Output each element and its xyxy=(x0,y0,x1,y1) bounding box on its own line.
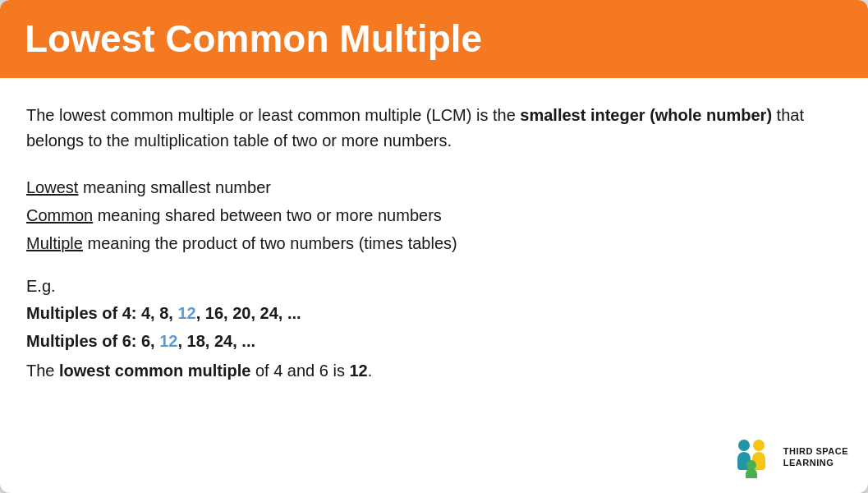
page-title: Lowest Common Multiple xyxy=(25,18,843,60)
multiples-of-6: Multiples of 6: 6, 12, 18, 24, ... xyxy=(26,327,842,355)
term-lowest: Lowest xyxy=(26,178,78,196)
term-multiple: Multiple xyxy=(26,234,83,252)
svg-point-1 xyxy=(753,440,765,451)
content-section: The lowest common multiple or least comm… xyxy=(0,78,868,493)
conclusion-bold: lowest common multiple xyxy=(59,362,250,380)
logo-line1: THIRD SPACE xyxy=(783,445,848,457)
conclusion-before: The xyxy=(26,362,59,380)
multiples-4-label: Multiples of 4: 4, 8, xyxy=(26,304,177,322)
intro-bold-text: smallest integer (whole number) xyxy=(520,106,772,124)
multiples-6-highlighted: 12 xyxy=(159,332,177,350)
conclusion-answer: 12 xyxy=(349,362,367,380)
term-common: Common xyxy=(26,206,93,224)
eg-label: E.g. xyxy=(26,277,842,296)
intro-paragraph: The lowest common multiple or least comm… xyxy=(26,103,842,154)
multiples-6-rest: , 18, 24, ... xyxy=(178,332,256,350)
definition-lowest: Lowest meaning smallest number xyxy=(26,173,842,201)
definition-common: Common meaning shared between two or mor… xyxy=(26,201,842,229)
multiples-6-label: Multiples of 6: 6, xyxy=(26,332,159,350)
multiples-4-rest: , 16, 20, 24, ... xyxy=(196,304,301,322)
conclusion-after: of 4 and 6 is xyxy=(250,362,349,380)
footer-logo: THIRD SPACE LEARNING xyxy=(733,435,848,478)
multiples-4-highlighted: 12 xyxy=(177,304,195,322)
examples-section: E.g. Multiples of 4: 4, 8, 12, 16, 20, 2… xyxy=(26,277,842,385)
definition-common-text: meaning shared between two or more numbe… xyxy=(93,206,442,224)
logo-line2: LEARNING xyxy=(783,457,848,468)
multiples-of-4: Multiples of 4: 4, 8, 12, 16, 20, 24, ..… xyxy=(26,299,842,327)
conclusion-punctuation: . xyxy=(368,362,373,380)
logo-text: THIRD SPACE LEARNING xyxy=(783,445,848,469)
definition-multiple-text: meaning the product of two numbers (time… xyxy=(83,234,457,252)
conclusion-line: The lowest common multiple of 4 and 6 is… xyxy=(26,357,842,385)
svg-point-0 xyxy=(738,440,750,451)
definitions-section: Lowest meaning smallest number Common me… xyxy=(26,173,842,257)
header-section: Lowest Common Multiple xyxy=(0,0,868,78)
tsl-logo-icon xyxy=(733,435,775,478)
definition-lowest-text: meaning smallest number xyxy=(78,178,271,196)
intro-text-before: The lowest common multiple or least comm… xyxy=(26,106,520,124)
main-card: Lowest Common Multiple The lowest common… xyxy=(0,0,868,493)
definition-multiple: Multiple meaning the product of two numb… xyxy=(26,229,842,257)
